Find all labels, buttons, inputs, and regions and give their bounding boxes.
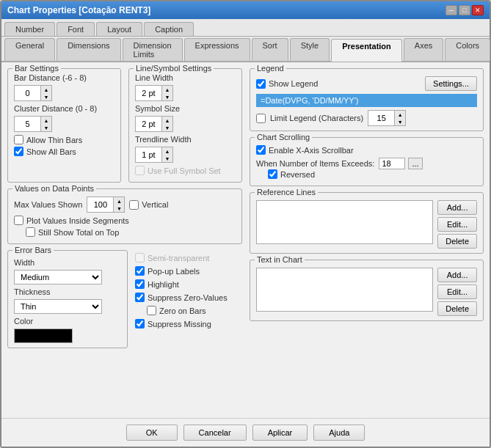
symbol-size-label: Symbol Size xyxy=(135,104,236,113)
trendline-width-spin[interactable]: ▲ ▼ xyxy=(135,147,173,163)
suppress-zero-checkbox[interactable] xyxy=(135,293,145,302)
tab-layout[interactable]: Layout xyxy=(96,22,142,36)
plot-values-inside-checkbox[interactable] xyxy=(14,216,23,225)
symbol-size-spin[interactable]: ▲ ▼ xyxy=(135,116,173,132)
cancel-button[interactable]: Cancelar xyxy=(183,425,247,441)
bar-distance-down[interactable]: ▼ xyxy=(41,93,51,100)
tab-number[interactable]: Number xyxy=(4,22,55,36)
tab-axes[interactable]: Axes xyxy=(404,38,443,61)
max-values-up[interactable]: ▲ xyxy=(114,197,124,205)
cluster-distance-spin[interactable]: ▲ ▼ xyxy=(14,116,52,132)
thickness-select[interactable]: Thin Medium Thick xyxy=(14,299,102,314)
limit-legend-up[interactable]: ▲ xyxy=(395,111,405,118)
trendline-width-up[interactable]: ▲ xyxy=(162,147,172,155)
suppress-missing-checkbox[interactable] xyxy=(135,319,145,328)
when-exceeds-num: ... xyxy=(379,158,422,169)
extra-options-panel: Semi-transparent Pop-up Labels Highlight… xyxy=(135,250,242,348)
minimize-button[interactable]: ─ xyxy=(445,5,457,15)
max-values-input[interactable] xyxy=(87,199,113,210)
max-values-down[interactable]: ▼ xyxy=(114,205,124,212)
reference-lines-delete-btn[interactable]: Delete xyxy=(437,234,477,249)
text-in-chart-add-btn[interactable]: Add... xyxy=(437,268,477,282)
max-values-spin[interactable]: ▲ ▼ xyxy=(87,197,125,213)
highlight-checkbox[interactable] xyxy=(135,279,145,289)
top-row: Bar Settings Bar Distance (-6 - 8) ▲ ▼ C… xyxy=(7,68,242,183)
allow-thin-bars-checkbox[interactable] xyxy=(14,135,23,144)
text-in-chart-delete-btn[interactable]: Delete xyxy=(437,301,477,316)
maximize-button[interactable]: □ xyxy=(459,5,470,15)
bar-distance-up[interactable]: ▲ xyxy=(41,86,51,93)
reference-lines-content: Add... Edit... Delete xyxy=(256,200,477,249)
bar-settings-group: Bar Settings Bar Distance (-6 - 8) ▲ ▼ C… xyxy=(7,68,121,183)
limit-legend-spin[interactable]: ▲ ▼ xyxy=(368,110,406,126)
tab-style[interactable]: Style xyxy=(290,38,330,61)
color-swatch[interactable] xyxy=(14,328,73,343)
zero-on-bars-label: Zero on Bars xyxy=(159,306,206,315)
symbol-size-down[interactable]: ▼ xyxy=(162,124,172,131)
help-button[interactable]: Ajuda xyxy=(313,425,365,441)
line-width-input[interactable] xyxy=(136,88,161,98)
suppress-zero-label: Suppress Zero-Values xyxy=(148,293,228,302)
still-show-total-checkbox[interactable] xyxy=(26,227,35,237)
chart-scrolling-group: Chart Scrolling Enable X-Axis Scrollbar … xyxy=(250,137,484,186)
show-all-bars-row: Show All Bars xyxy=(14,147,114,156)
bar-distance-spin[interactable]: ▲ ▼ xyxy=(14,85,52,101)
allow-thin-bars-label: Allow Thin Bars xyxy=(26,136,82,144)
line-symbol-label: Line/Symbol Settings xyxy=(134,64,214,73)
symbol-size-input[interactable] xyxy=(136,119,161,129)
ok-button[interactable]: OK xyxy=(126,425,178,441)
apply-button[interactable]: Aplicar xyxy=(252,425,308,441)
line-width-buttons: ▲ ▼ xyxy=(161,86,172,100)
color-label: Color xyxy=(14,317,33,326)
cluster-distance-input[interactable] xyxy=(15,119,40,129)
width-row: Width xyxy=(14,258,121,267)
reversed-checkbox[interactable] xyxy=(268,169,277,179)
limit-legend-down[interactable]: ▼ xyxy=(395,118,405,125)
reference-lines-group: Reference Lines Add... Edit... Delete xyxy=(250,192,484,254)
plot-values-inside-row: Plot Values Inside Segments xyxy=(14,216,236,225)
trendline-width-input[interactable] xyxy=(136,150,161,160)
semi-transparent-checkbox[interactable] xyxy=(135,253,145,262)
popup-labels-checkbox[interactable] xyxy=(135,266,145,276)
text-in-chart-label: Text in Chart xyxy=(255,255,305,264)
tab-font[interactable]: Font xyxy=(57,22,95,36)
reference-lines-edit-btn[interactable]: Edit... xyxy=(437,217,477,232)
line-width-up[interactable]: ▲ xyxy=(162,86,172,93)
zero-on-bars-row: Zero on Bars xyxy=(147,306,242,315)
line-width-down[interactable]: ▼ xyxy=(162,93,172,100)
vertical-checkbox[interactable] xyxy=(129,200,139,210)
tab-caption[interactable]: Caption xyxy=(144,22,194,36)
values-on-data-points-label: Values on Data Points xyxy=(12,184,96,193)
when-exceeds-row: When Number of Items Exceeds: ... xyxy=(256,158,477,169)
reference-lines-add-btn[interactable]: Add... xyxy=(437,200,477,215)
show-all-bars-checkbox[interactable] xyxy=(14,147,23,156)
use-full-symbol-checkbox[interactable] xyxy=(135,166,145,175)
limit-legend-checkbox[interactable] xyxy=(256,114,266,123)
symbol-size-up[interactable]: ▲ xyxy=(162,117,172,124)
bar-distance-input[interactable] xyxy=(15,88,40,98)
width-select[interactable]: None Small Medium Large xyxy=(14,270,102,284)
reference-lines-textarea[interactable] xyxy=(256,200,433,244)
tab-presentation[interactable]: Presentation xyxy=(331,39,402,62)
text-in-chart-textarea[interactable] xyxy=(256,268,433,312)
enable-scrollbar-checkbox[interactable] xyxy=(256,145,266,155)
tab-dimension-limits[interactable]: Dimension Limits xyxy=(123,38,183,61)
line-width-spin[interactable]: ▲ ▼ xyxy=(135,85,173,101)
limit-legend-input[interactable] xyxy=(368,113,394,123)
tab-sort[interactable]: Sort xyxy=(252,38,288,61)
tab-general[interactable]: General xyxy=(4,38,55,61)
cluster-distance-down[interactable]: ▼ xyxy=(41,124,51,131)
settings-button[interactable]: Settings... xyxy=(425,76,477,91)
legend-formula-box[interactable]: =Date(DVPG, 'DD/MM/YY') xyxy=(256,94,477,107)
zero-on-bars-checkbox[interactable] xyxy=(147,306,156,315)
close-button[interactable]: ✕ xyxy=(472,5,484,15)
trendline-width-down[interactable]: ▼ xyxy=(162,155,172,162)
cluster-distance-up[interactable]: ▲ xyxy=(41,117,51,124)
tab-expressions[interactable]: Expressions xyxy=(184,38,250,61)
text-in-chart-edit-btn[interactable]: Edit... xyxy=(437,284,477,299)
tab-dimensions[interactable]: Dimensions xyxy=(57,38,120,61)
when-exceeds-input[interactable] xyxy=(379,158,405,169)
show-legend-checkbox[interactable] xyxy=(256,79,266,89)
tab-colors[interactable]: Colors xyxy=(445,38,490,61)
when-exceeds-more-btn[interactable]: ... xyxy=(408,158,422,169)
